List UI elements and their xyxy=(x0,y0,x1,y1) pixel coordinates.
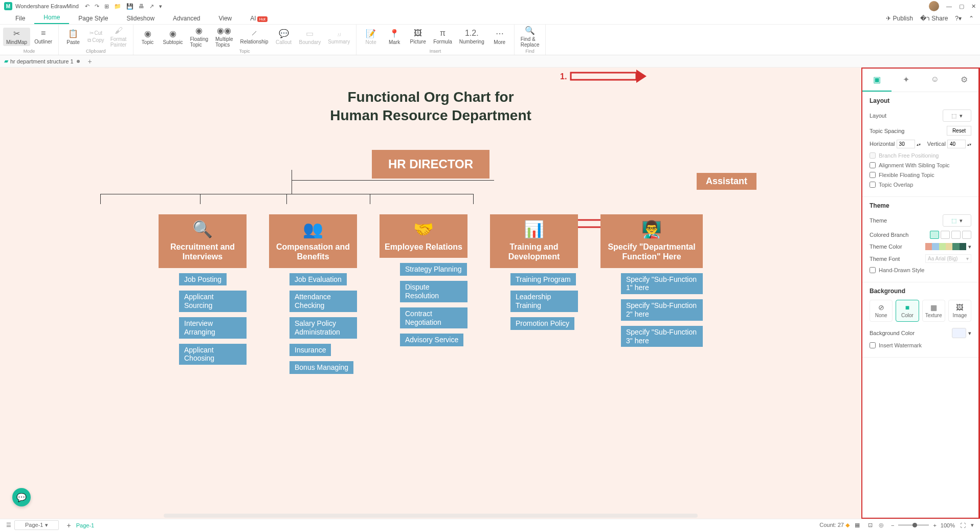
panel-tab-style[interactable]: ✦ xyxy=(892,69,921,92)
vertical-spacing-input[interactable] xyxy=(947,140,966,148)
tab-view[interactable]: View xyxy=(209,13,241,24)
zoom-in-button[interactable]: + xyxy=(933,522,936,528)
assistant-node[interactable]: Assistant xyxy=(697,173,756,190)
view-grid-icon[interactable]: ▦ xyxy=(855,522,860,528)
tab-file[interactable]: File xyxy=(6,13,34,24)
find-replace-button[interactable]: 🔍Find & Replace xyxy=(518,25,543,49)
help-icon[interactable]: ?▾ xyxy=(955,15,962,22)
document-tab[interactable]: hr department structure 1 xyxy=(10,58,74,64)
topic-button[interactable]: ◉Topic xyxy=(137,28,159,46)
summary-button[interactable]: ⟓Summary xyxy=(325,28,353,46)
zoom-out-button[interactable]: − xyxy=(891,522,894,528)
sub-node[interactable]: Specify "Sub-Function 2" here xyxy=(621,299,703,321)
redo-icon[interactable]: ↷ xyxy=(95,3,99,10)
sub-node[interactable]: Job Evaluation xyxy=(289,273,347,286)
print-icon[interactable]: 🖶 xyxy=(139,3,144,10)
panel-tab-icon[interactable]: ☺ xyxy=(921,69,950,92)
tab-page-style[interactable]: Page Style xyxy=(69,13,117,24)
cut-button[interactable]: ✂ Cut xyxy=(85,30,106,36)
sub-node[interactable]: Attendance Checking xyxy=(289,291,357,312)
sub-node[interactable]: Job Posting xyxy=(179,273,227,286)
watermark-checkbox[interactable]: Insert Watermark xyxy=(870,342,971,348)
share-button[interactable]: �ר Share xyxy=(920,15,948,22)
sub-node[interactable]: Training Program xyxy=(510,273,576,286)
formula-button[interactable]: πFormula xyxy=(430,28,455,46)
ai-chat-fab[interactable]: 💬 xyxy=(12,488,31,506)
publish-button[interactable]: ✈ Publish xyxy=(886,15,913,22)
relationship-button[interactable]: ⟋Relationship xyxy=(237,28,271,46)
align-sibling-checkbox[interactable]: Alignment With Sibling Topic xyxy=(870,162,971,168)
dept-head[interactable]: 🔍Recruitment and Interviews xyxy=(159,214,247,268)
bg-texture-button[interactable]: ▦Texture xyxy=(922,300,945,322)
zoom-slider[interactable] xyxy=(898,524,929,526)
sub-node[interactable]: Interview Arranging xyxy=(179,317,247,339)
sub-node[interactable]: Insurance xyxy=(289,344,331,357)
picture-button[interactable]: 🖼Picture xyxy=(407,28,429,46)
copy-button[interactable]: ⧉ Copy xyxy=(85,37,106,44)
dept-head[interactable]: 👥Compensation and Benefits xyxy=(269,214,357,268)
stepper-icon[interactable]: ▴▾ xyxy=(967,142,971,147)
dept-head[interactable]: 📊Training and Development xyxy=(490,214,578,268)
dept-node[interactable]: 🔍Recruitment and InterviewsJob PostingAp… xyxy=(159,214,247,374)
theme-picker[interactable]: ⬚▾ xyxy=(943,214,971,227)
bg-color-picker[interactable]: ▾ xyxy=(952,328,971,338)
sub-node[interactable]: Applicant Choosing xyxy=(179,344,247,365)
page-tab[interactable]: Page-1 xyxy=(76,522,94,528)
reset-spacing-button[interactable]: Reset xyxy=(947,126,971,136)
dept-node[interactable]: 📊Training and DevelopmentTraining Progra… xyxy=(490,214,578,374)
view-fit-icon[interactable]: ⊡ xyxy=(868,522,873,528)
topic-overlap-checkbox[interactable]: Topic Overlap xyxy=(870,182,971,188)
sub-node[interactable]: Leadership Training xyxy=(510,291,578,312)
dept-head[interactable]: 👨‍🏫Specify "Departmental Function" Here xyxy=(600,214,703,268)
outline-toggle-icon[interactable]: ☰ xyxy=(6,522,11,528)
tab-slideshow[interactable]: Slideshow xyxy=(117,13,164,24)
dept-head[interactable]: 🤝Employee Relations xyxy=(380,214,467,258)
multiple-topics-button[interactable]: ◉◉Multiple Topics xyxy=(212,25,236,49)
collapse-ribbon-icon[interactable]: ⌃ xyxy=(969,15,974,22)
numbering-button[interactable]: 1.2.Numbering xyxy=(456,28,487,46)
export-icon[interactable]: ↗ xyxy=(149,3,154,10)
maximize-icon[interactable]: ▢ xyxy=(959,3,964,10)
theme-color-picker[interactable]: ▾ xyxy=(925,243,971,250)
chevron-down-icon[interactable]: ▾ xyxy=(971,522,974,528)
bg-none-button[interactable]: ⊘None xyxy=(870,300,893,322)
sub-node[interactable]: Strategy Planning xyxy=(400,263,467,276)
note-button[interactable]: 📝Note xyxy=(360,28,382,46)
sub-node[interactable]: Specify "Sub-Function 1" here xyxy=(621,273,703,295)
horizontal-spacing-input[interactable] xyxy=(897,140,915,148)
flex-float-checkbox[interactable]: Flexible Floating Topic xyxy=(870,172,971,178)
sub-node[interactable]: Specify "Sub-Function 3" here xyxy=(621,326,703,347)
sub-node[interactable]: Salary Policy Administration xyxy=(289,317,357,339)
sub-node[interactable]: Bonus Managing xyxy=(289,361,353,374)
save-icon[interactable]: 💾 xyxy=(126,3,133,10)
add-page-button[interactable]: + xyxy=(67,521,71,529)
dept-node[interactable]: 👨‍🏫Specify "Departmental Function" HereS… xyxy=(600,214,703,374)
undo-icon[interactable]: ↶ xyxy=(85,3,90,10)
open-icon[interactable]: 📁 xyxy=(114,3,121,10)
fullscreen-icon[interactable]: ⛶ xyxy=(960,522,966,528)
more-insert-button[interactable]: ⋯More xyxy=(488,28,511,46)
tab-advanced[interactable]: Advanced xyxy=(164,13,209,24)
callout-button[interactable]: 💬Callout xyxy=(273,28,295,46)
format-painter-button[interactable]: 🖌Format Painter xyxy=(107,25,130,49)
bg-image-button[interactable]: 🖼Image xyxy=(948,300,971,322)
subtopic-button[interactable]: ◉Subtopic xyxy=(160,28,186,46)
sub-node[interactable]: Dispute Resolution xyxy=(400,281,467,302)
dept-node[interactable]: 👥Compensation and BenefitsJob Evaluation… xyxy=(269,214,357,374)
paste-button[interactable]: 📋Paste xyxy=(62,28,84,46)
close-icon[interactable]: ✕ xyxy=(971,3,976,10)
user-avatar[interactable] xyxy=(929,1,939,11)
stepper-icon[interactable]: ▴▾ xyxy=(917,142,921,147)
tab-home[interactable]: Home xyxy=(34,12,69,24)
theme-font-select[interactable]: Aa Arial (Big)▾ xyxy=(925,254,971,263)
hand-drawn-checkbox[interactable]: Hand-Drawn Style xyxy=(870,267,971,273)
horizontal-scrollbar[interactable] xyxy=(164,514,698,518)
view-center-icon[interactable]: ◎ xyxy=(879,522,884,528)
bg-color-button[interactable]: ■Color xyxy=(896,300,919,322)
panel-tab-layout[interactable]: ▣ xyxy=(862,69,892,92)
canvas[interactable]: 1. 2. Functional Org Chart for Human Res… xyxy=(0,68,861,519)
minimize-icon[interactable]: — xyxy=(946,3,952,9)
layout-type-picker[interactable]: ⬚▾ xyxy=(943,109,971,122)
colored-branch-options[interactable] xyxy=(930,231,971,239)
sub-node[interactable]: Promotion Policy xyxy=(510,317,574,330)
